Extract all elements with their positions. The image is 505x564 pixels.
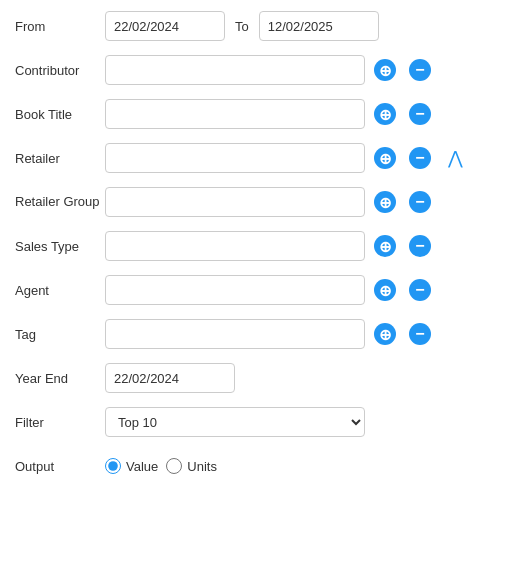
sales-type-row: Sales Type ⊕ − [15, 230, 490, 262]
sales-type-icons: ⊕ − [365, 233, 435, 259]
retailer-label: Retailer [15, 151, 105, 166]
tag-label: Tag [15, 327, 105, 342]
tag-remove-button[interactable]: − [405, 321, 435, 347]
output-radio-group: Value Units [105, 458, 217, 474]
tag-icons: ⊕ − [365, 321, 435, 347]
retailer-row: Retailer ⊕ − ⋀ [15, 142, 490, 174]
search-plus-icon: ⊕ [374, 59, 396, 81]
contributor-search-button[interactable]: ⊕ [370, 57, 400, 83]
tag-row: Tag ⊕ − [15, 318, 490, 350]
retailer-input[interactable] [105, 143, 365, 173]
book-title-search-button[interactable]: ⊕ [370, 101, 400, 127]
output-value-radio[interactable] [105, 458, 121, 474]
search-plus-icon: ⊕ [374, 147, 396, 169]
minus-icon: − [409, 279, 431, 301]
output-label: Output [15, 459, 105, 474]
retailer-collapse-button[interactable]: ⋀ [440, 145, 470, 171]
sales-type-label: Sales Type [15, 239, 105, 254]
retailer-group-label: Retailer Group [15, 194, 105, 211]
retailer-group-search-button[interactable]: ⊕ [370, 189, 400, 215]
search-plus-icon: ⊕ [374, 235, 396, 257]
minus-icon: − [409, 59, 431, 81]
agent-label: Agent [15, 283, 105, 298]
retailer-group-icons: ⊕ − [365, 189, 435, 215]
contributor-label: Contributor [15, 63, 105, 78]
tag-input[interactable] [105, 319, 365, 349]
retailer-search-button[interactable]: ⊕ [370, 145, 400, 171]
contributor-input[interactable] [105, 55, 365, 85]
agent-search-button[interactable]: ⊕ [370, 277, 400, 303]
output-units-label: Units [187, 459, 217, 474]
contributor-icons: ⊕ − [365, 57, 435, 83]
output-value-label: Value [126, 459, 158, 474]
sales-type-input[interactable] [105, 231, 365, 261]
agent-row: Agent ⊕ − [15, 274, 490, 306]
retailer-remove-button[interactable]: − [405, 145, 435, 171]
search-plus-icon: ⊕ [374, 191, 396, 213]
chevron-up-icon: ⋀ [444, 147, 466, 169]
filter-label: Filter [15, 415, 105, 430]
sales-type-search-button[interactable]: ⊕ [370, 233, 400, 259]
tag-search-button[interactable]: ⊕ [370, 321, 400, 347]
book-title-label: Book Title [15, 107, 105, 122]
from-date-input[interactable] [105, 11, 225, 41]
retailer-group-input[interactable] [105, 187, 365, 217]
agent-input[interactable] [105, 275, 365, 305]
minus-icon: − [409, 323, 431, 345]
output-row: Output Value Units [15, 450, 490, 482]
year-end-input[interactable] [105, 363, 235, 393]
date-row: From To [15, 10, 490, 42]
from-label: From [15, 19, 105, 34]
year-end-label: Year End [15, 371, 105, 386]
search-plus-icon: ⊕ [374, 323, 396, 345]
to-label: To [235, 19, 249, 34]
agent-remove-button[interactable]: − [405, 277, 435, 303]
search-plus-icon: ⊕ [374, 103, 396, 125]
output-value-option[interactable]: Value [105, 458, 158, 474]
book-title-icons: ⊕ − [365, 101, 435, 127]
book-title-row: Book Title ⊕ − [15, 98, 490, 130]
year-end-row: Year End [15, 362, 490, 394]
minus-icon: − [409, 191, 431, 213]
sales-type-remove-button[interactable]: − [405, 233, 435, 259]
output-units-option[interactable]: Units [166, 458, 217, 474]
retailer-icons: ⊕ − ⋀ [365, 145, 470, 171]
output-units-radio[interactable] [166, 458, 182, 474]
contributor-remove-button[interactable]: − [405, 57, 435, 83]
to-date-input[interactable] [259, 11, 379, 41]
minus-icon: − [409, 103, 431, 125]
book-title-input[interactable] [105, 99, 365, 129]
filter-select[interactable]: Top 10 Top 5 Top 20 Bottom 10 [105, 407, 365, 437]
retailer-group-remove-button[interactable]: − [405, 189, 435, 215]
filter-row: Filter Top 10 Top 5 Top 20 Bottom 10 [15, 406, 490, 438]
book-title-remove-button[interactable]: − [405, 101, 435, 127]
contributor-row: Contributor ⊕ − [15, 54, 490, 86]
retailer-group-row: Retailer Group ⊕ − [15, 186, 490, 218]
search-plus-icon: ⊕ [374, 279, 396, 301]
minus-icon: − [409, 147, 431, 169]
agent-icons: ⊕ − [365, 277, 435, 303]
minus-icon: − [409, 235, 431, 257]
